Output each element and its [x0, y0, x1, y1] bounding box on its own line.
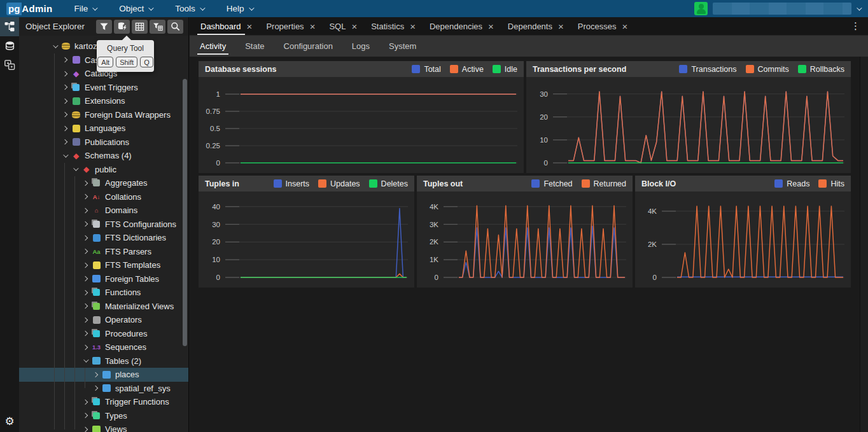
tree-expand-chevron[interactable] — [81, 329, 90, 338]
tree-item-procedures[interactable]: Procedures — [19, 327, 188, 341]
filter-button[interactable] — [96, 20, 112, 34]
pgadmin-window: pg Admin FileObjectToolsHelp — [0, 0, 868, 432]
tree-expand-chevron[interactable] — [81, 343, 90, 352]
tab-close-icon[interactable]: × — [488, 22, 494, 31]
chart-legend: TransactionsCommitsRollbacks — [679, 65, 844, 74]
tree-expand-chevron[interactable] — [81, 425, 90, 432]
tree-item-aggregates[interactable]: Aggregates — [19, 176, 188, 190]
legend-swatch — [450, 65, 458, 73]
tree-collapse-chevron[interactable] — [60, 151, 69, 160]
sidebar-scrollbar[interactable] — [183, 79, 187, 346]
subtab-system[interactable]: System — [389, 36, 416, 57]
processes-strip-button[interactable] — [0, 55, 19, 74]
chevron-right-icon — [62, 112, 67, 117]
menu-object[interactable]: Object — [119, 4, 152, 13]
tree-expand-chevron[interactable] — [81, 274, 90, 283]
tree-item-operators[interactable]: Operators — [19, 313, 188, 327]
filtered-rows-button[interactable] — [150, 20, 165, 34]
tree-expand-chevron[interactable] — [91, 384, 100, 393]
tab-processes[interactable]: Processes× — [571, 17, 634, 35]
tree-item-domains[interactable]: ⌂Domains — [19, 204, 188, 218]
tab-close-icon[interactable]: × — [247, 22, 253, 31]
tree-collapse-chevron[interactable] — [71, 165, 80, 174]
tree-expand-chevron[interactable] — [81, 219, 90, 228]
tree-item-publications[interactable]: Publications — [19, 136, 188, 150]
menu-help[interactable]: Help — [227, 4, 253, 13]
tree-item-trigger-functions[interactable]: Trigger Functions — [19, 395, 188, 409]
tree-item-views[interactable]: Views — [19, 422, 188, 432]
tree-expand-chevron[interactable] — [81, 398, 90, 407]
tree-expand-chevron[interactable] — [81, 261, 90, 270]
tree-collapse-chevron[interactable] — [81, 356, 90, 365]
settings-gear-button[interactable]: ⚙ — [0, 413, 19, 429]
tab-close-icon[interactable]: × — [310, 22, 316, 31]
object-explorer-strip-button[interactable] — [0, 17, 19, 36]
tree-item-fts-parsers[interactable]: AaFTS Parsers — [19, 245, 188, 259]
tree-expand-chevron[interactable] — [60, 55, 69, 64]
tree-expand-chevron[interactable] — [81, 288, 90, 297]
tree-item-foreign-tables[interactable]: Foreign Tables — [19, 272, 188, 286]
tree-expand-chevron[interactable] — [81, 179, 90, 188]
menu-file[interactable]: File — [74, 4, 97, 13]
main-scrollbar-gutter[interactable] — [860, 57, 868, 432]
tree-item-spatial-ref-sys[interactable]: spatial_ref_sys — [19, 382, 188, 396]
tree-item-foreign-data-wrappers[interactable]: Foreign Data Wrappers — [19, 108, 188, 122]
tree-expand-chevron[interactable] — [81, 233, 90, 242]
tab-close-icon[interactable]: × — [410, 22, 416, 31]
tree-expand-chevron[interactable] — [81, 206, 90, 215]
tree-item-fts-configurations[interactable]: FTS Configurations — [19, 218, 188, 232]
view-data-button[interactable] — [132, 20, 148, 34]
tab-close-icon[interactable]: × — [558, 22, 564, 31]
fdw-icon — [71, 110, 81, 120]
tab-dependents[interactable]: Dependents× — [501, 17, 571, 35]
tree-item-languages[interactable]: Languages — [19, 122, 188, 136]
search-button[interactable] — [167, 20, 183, 34]
tree-item-sequences[interactable]: 1.3Sequences — [19, 340, 188, 354]
tree-item-collations[interactable]: A↓Collations — [19, 190, 188, 204]
tree-item-fts-templates[interactable]: FTS Templates — [19, 258, 188, 272]
tree-item-places[interactable]: places — [19, 368, 188, 382]
tree-item-functions[interactable]: Functions — [19, 286, 188, 300]
tree-expand-chevron[interactable] — [81, 302, 90, 310]
query-tool-button[interactable] — [114, 20, 130, 34]
subtab-state[interactable]: State — [245, 36, 264, 57]
tree-expand-chevron[interactable] — [81, 316, 90, 324]
tree-item-types[interactable]: Types — [19, 409, 188, 423]
tree-expand-chevron[interactable] — [91, 370, 100, 379]
tree-expand-chevron[interactable] — [60, 124, 69, 133]
tree-item-schemas-4[interactable]: ◆Schemas (4) — [19, 149, 188, 163]
tab-close-icon[interactable]: × — [622, 22, 627, 31]
tree-expand-chevron[interactable] — [60, 69, 69, 78]
tab-properties[interactable]: Properties× — [259, 17, 322, 35]
tab-statistics[interactable]: Statistics× — [364, 17, 423, 35]
subtab-activity[interactable]: Activity — [200, 36, 226, 57]
tab-dashboard[interactable]: Dashboard× — [193, 17, 259, 35]
tab-sql[interactable]: SQL× — [322, 17, 364, 35]
chart-svg-transactions-per-second: 3020100 — [526, 77, 851, 173]
subtab-configuration[interactable]: Configuration — [284, 36, 333, 57]
tree-expand-chevron[interactable] — [60, 137, 69, 146]
kbd-q: Q — [140, 57, 153, 67]
kebab-menu-icon[interactable]: ⋮ — [851, 17, 868, 35]
tree-collapse-chevron[interactable] — [50, 42, 59, 51]
subtab-logs[interactable]: Logs — [352, 36, 370, 57]
tree-item-tables-2[interactable]: Tables (2) — [19, 354, 188, 368]
tree-expand-chevron[interactable] — [81, 411, 90, 420]
tree-expand-chevron[interactable] — [60, 83, 69, 92]
dashboard-strip-button[interactable] — [0, 36, 19, 55]
tree-item-event-triggers[interactable]: Event Triggers — [19, 81, 188, 95]
tab-close-icon[interactable]: × — [351, 22, 357, 31]
tree-expand-chevron[interactable] — [81, 247, 90, 256]
menu-tools[interactable]: Tools — [175, 4, 204, 13]
tree-item-materialized-views[interactable]: Materialized Views — [19, 300, 188, 314]
tree-item-fts-dictionaries[interactable]: FTS Dictionaries — [19, 231, 188, 245]
tree-expand-chevron[interactable] — [60, 110, 69, 119]
tree-item-label: public — [95, 165, 116, 174]
tab-dependencies[interactable]: Dependencies× — [423, 17, 501, 35]
tree-item-public[interactable]: ◆public — [19, 163, 188, 177]
tree-expand-chevron[interactable] — [81, 192, 90, 201]
user-menu[interactable] — [694, 2, 860, 15]
tree-item-extensions[interactable]: Extensions — [19, 94, 188, 108]
tree-expand-chevron[interactable] — [60, 97, 69, 106]
chart-svg-tuples-in: 403020100 — [199, 192, 414, 288]
